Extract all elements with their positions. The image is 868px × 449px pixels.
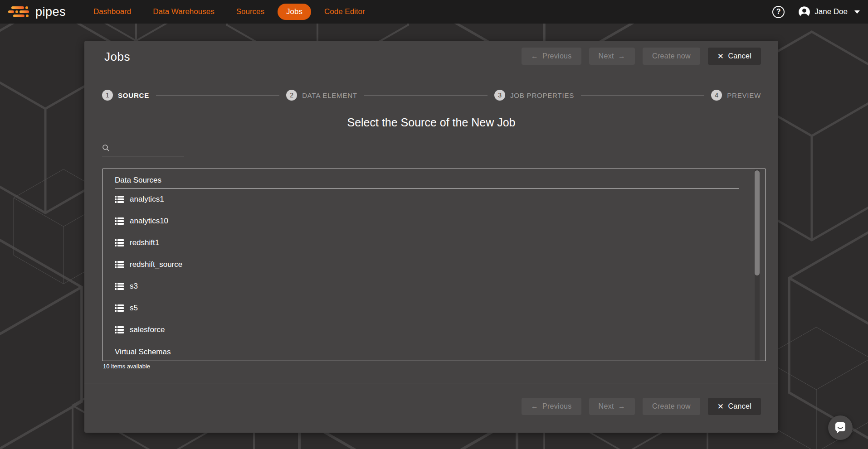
source-search <box>102 144 184 156</box>
items-available-status: 10 items available <box>103 363 150 370</box>
list-item-analytics1[interactable]: analytics1 <box>102 188 766 210</box>
wizard-actions-bottom: ← Previous Next → Create now ✕ Cancel <box>522 398 761 415</box>
list-item-redshift_source[interactable]: redshift_source <box>102 254 766 275</box>
step-label: SOURCE <box>118 92 149 99</box>
wizard-step-source[interactable]: 1 SOURCE <box>102 90 149 101</box>
nav-item-sources[interactable]: Sources <box>228 4 273 20</box>
item-label: s5 <box>130 304 138 313</box>
step-label: DATA ELEMENT <box>302 92 357 99</box>
previous-button[interactable]: ← Previous <box>522 48 581 65</box>
list-group-header: Data Sources <box>115 176 739 188</box>
create-now-button[interactable]: Create now <box>643 398 700 415</box>
search-icon <box>102 144 110 152</box>
wizard-step-preview[interactable]: 4 PREVIEW <box>711 90 761 101</box>
brand-name: pipes <box>35 5 66 19</box>
main-nav: DashboardData WarehousesSourcesJobsCode … <box>85 4 374 20</box>
create-now-label: Create now <box>652 52 691 60</box>
arrow-left-icon: ← <box>531 52 538 60</box>
help-icon: ? <box>776 8 781 16</box>
arrow-right-icon: → <box>618 402 625 410</box>
list-item-salesforce[interactable]: salesforce <box>102 319 766 341</box>
chevron-down-icon <box>854 10 860 14</box>
step-number: 4 <box>711 90 722 101</box>
storage-icon <box>115 326 124 333</box>
nav-item-jobs[interactable]: Jobs <box>278 4 311 20</box>
arrow-left-icon: ← <box>531 402 538 410</box>
cancel-label: Cancel <box>728 402 751 410</box>
footer-divider <box>84 383 778 383</box>
item-label: redshift_source <box>130 260 182 269</box>
step-number: 3 <box>494 90 505 101</box>
brand[interactable]: pipes <box>8 5 66 19</box>
navbar-right: ? Jane Doe <box>772 6 860 18</box>
list-item-s5[interactable]: s5 <box>102 297 766 319</box>
list-item-analytics10[interactable]: analytics10 <box>102 210 766 232</box>
list-item-s3[interactable]: s3 <box>102 275 766 297</box>
scrollbar-thumb[interactable] <box>755 170 760 275</box>
step-number: 2 <box>286 90 297 101</box>
item-label: redshift1 <box>130 238 159 247</box>
user-name: Jane Doe <box>814 7 848 16</box>
item-label: analytics10 <box>130 217 168 226</box>
source-listbox: Data Sources analytics1 analytics10 <box>102 169 766 361</box>
storage-icon <box>115 196 124 203</box>
cancel-label: Cancel <box>728 52 751 60</box>
user-avatar-icon <box>798 6 810 18</box>
pipes-logo-icon <box>8 6 29 17</box>
item-label: salesforce <box>130 325 165 334</box>
group-label: Data Sources <box>115 176 161 184</box>
close-icon: ✕ <box>717 402 724 411</box>
wizard-step-data-element[interactable]: 2 DATA ELEMENT <box>286 90 357 101</box>
storage-icon <box>115 304 124 312</box>
step-label: PREVIEW <box>727 92 761 99</box>
item-label: s3 <box>130 282 138 291</box>
next-button[interactable]: Next → <box>589 48 635 65</box>
next-label: Next <box>599 52 614 60</box>
storage-icon <box>115 283 124 290</box>
step-heading: Select the Source of the New Job <box>84 116 778 129</box>
close-icon: ✕ <box>717 52 724 61</box>
create-now-label: Create now <box>652 402 691 410</box>
group-label: Virtual Schemas <box>115 348 171 356</box>
previous-label: Previous <box>542 52 572 60</box>
next-label: Next <box>599 402 614 410</box>
nav-item-dashboard[interactable]: Dashboard <box>85 4 140 20</box>
storage-icon <box>115 261 124 268</box>
create-now-button[interactable]: Create now <box>643 48 700 65</box>
nav-item-data-warehouses[interactable]: Data Warehouses <box>144 4 223 20</box>
wizard-step-job-properties[interactable]: 3 JOB PROPERTIES <box>494 90 574 101</box>
list-item-redshift1[interactable]: redshift1 <box>102 232 766 254</box>
arrow-right-icon: → <box>618 52 625 60</box>
storage-icon <box>115 217 124 225</box>
step-connector <box>364 95 488 96</box>
previous-label: Previous <box>542 402 572 410</box>
nav-item-code-editor[interactable]: Code Editor <box>316 4 374 20</box>
user-menu[interactable]: Jane Doe <box>798 6 860 18</box>
scrollbar-track[interactable] <box>755 169 760 361</box>
step-label: JOB PROPERTIES <box>510 92 574 99</box>
item-label: analytics1 <box>130 195 164 204</box>
cancel-button[interactable]: ✕ Cancel <box>708 48 761 65</box>
wizard-actions-top: ← Previous Next → Create now ✕ Cancel <box>522 48 761 65</box>
previous-button[interactable]: ← Previous <box>522 398 581 415</box>
next-button[interactable]: Next → <box>589 398 635 415</box>
chat-launcher-button[interactable] <box>828 415 853 440</box>
step-number: 1 <box>102 90 113 101</box>
cancel-button[interactable]: ✕ Cancel <box>708 398 761 415</box>
jobs-wizard-panel: Jobs ← Previous Next → Create now ✕ Canc… <box>84 41 778 433</box>
top-navbar: pipes DashboardData WarehousesSourcesJob… <box>0 0 868 24</box>
page-title: Jobs <box>104 50 130 64</box>
help-button[interactable]: ? <box>772 6 785 18</box>
list-group-header: Virtual Schemas <box>115 348 739 360</box>
chat-bubble-icon <box>834 421 847 435</box>
storage-icon <box>115 239 124 246</box>
step-connector <box>581 95 704 96</box>
wizard-stepper: 1 SOURCE 2 DATA ELEMENT 3 JOB PROPERTIES… <box>102 90 761 101</box>
step-connector <box>156 95 279 96</box>
search-input[interactable] <box>113 144 184 152</box>
